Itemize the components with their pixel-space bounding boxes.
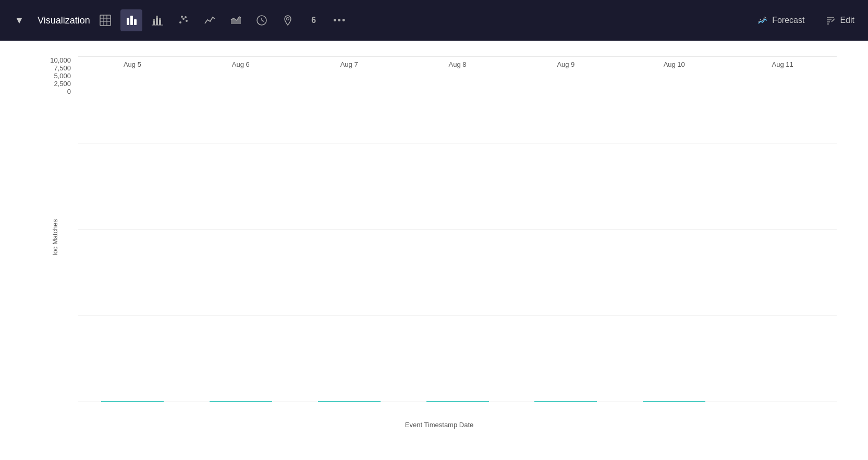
svg-point-17	[186, 20, 188, 22]
bar-chart-icon	[126, 15, 137, 26]
svg-rect-9	[153, 19, 155, 21]
forecast-label: Forecast	[772, 16, 804, 25]
area-icon-button[interactable]	[225, 9, 247, 31]
svg-point-23	[286, 18, 289, 20]
bar-group[interactable]	[187, 56, 295, 402]
svg-rect-13	[159, 18, 161, 20]
stacked-bar-icon-button[interactable]	[146, 9, 168, 31]
line-icon	[204, 15, 215, 26]
count-icon-button[interactable]: 6	[303, 9, 325, 31]
bar-group[interactable]	[404, 56, 512, 402]
y-axis-label: 10,000	[50, 56, 71, 64]
svg-rect-11	[156, 16, 158, 18]
area-icon	[230, 15, 241, 26]
scatter-icon-button[interactable]	[173, 9, 194, 31]
more-icon-button[interactable]: •••	[329, 9, 351, 31]
bar-group[interactable]	[78, 56, 187, 402]
svg-rect-6	[130, 16, 133, 25]
bar-segment-top	[210, 401, 272, 402]
line-icon-button[interactable]	[199, 9, 221, 31]
svg-rect-10	[156, 18, 158, 25]
toolbar-right: Forecast Edit	[752, 12, 860, 29]
pin-icon	[282, 15, 294, 26]
svg-point-18	[181, 16, 183, 18]
pin-icon-button[interactable]	[277, 9, 299, 31]
edit-label: Edit	[840, 16, 854, 25]
dropdown-icon: ▼	[15, 15, 24, 26]
svg-point-16	[182, 18, 185, 20]
stacked-bar-icon	[152, 15, 163, 26]
y-axis-label: 5,000	[54, 72, 71, 80]
toolbar: ▼ Visualization	[0, 0, 868, 41]
bar-segment-top	[426, 401, 489, 402]
y-axis-title: Ioc Matches	[51, 219, 59, 255]
bar-group[interactable]	[620, 56, 728, 402]
svg-line-29	[832, 20, 834, 22]
bar-segment-top	[318, 401, 381, 402]
svg-rect-0	[100, 15, 111, 26]
y-axis: 10,0007,5005,0002,5000	[42, 56, 78, 111]
y-axis-label: 0	[67, 88, 71, 95]
svg-point-19	[185, 16, 187, 18]
bar-segment-top	[101, 401, 164, 402]
more-icon: •••	[333, 15, 346, 26]
svg-rect-12	[159, 20, 161, 25]
edit-icon	[825, 15, 836, 26]
bar-group[interactable]	[295, 56, 404, 402]
visualization-title: Visualization	[38, 15, 90, 26]
forecast-button[interactable]: Forecast	[752, 12, 810, 29]
svg-rect-5	[127, 18, 129, 25]
bars-area	[78, 56, 837, 402]
count-icon: 6	[311, 16, 316, 25]
y-axis-label: 2,500	[54, 80, 71, 88]
svg-rect-7	[134, 19, 137, 25]
chart-container: Ioc Matches 10,0007,5005,0002,5000	[0, 41, 868, 460]
svg-point-15	[179, 21, 181, 23]
bar-group[interactable]	[511, 56, 620, 402]
forecast-icon	[757, 15, 768, 26]
y-axis-wrapper: Ioc Matches 10,0007,5005,0002,5000	[42, 56, 78, 418]
clock-icon	[256, 15, 267, 26]
toolbar-left: ▼ Visualization	[8, 9, 749, 31]
edit-button[interactable]: Edit	[820, 12, 860, 29]
dropdown-button[interactable]: ▼	[8, 9, 30, 31]
chart-area: Ioc Matches 10,0007,5005,0002,5000	[42, 56, 837, 418]
scatter-icon	[178, 15, 189, 26]
y-axis-label: 7,500	[54, 64, 71, 72]
bar-group[interactable]	[728, 56, 837, 402]
svg-line-22	[262, 20, 264, 21]
table-icon-button[interactable]	[94, 9, 116, 31]
bar-segment-top	[534, 401, 597, 402]
bar-chart-icon-button[interactable]	[120, 9, 142, 31]
bar-segment-top	[643, 401, 705, 402]
table-icon	[100, 15, 111, 26]
x-axis-title: Event Timestamp Date	[42, 421, 837, 429]
svg-rect-8	[153, 21, 155, 25]
clock-icon-button[interactable]	[251, 9, 273, 31]
chart-body: Aug 5Aug 6Aug 7Aug 8Aug 9Aug 10Aug 11	[78, 56, 837, 418]
